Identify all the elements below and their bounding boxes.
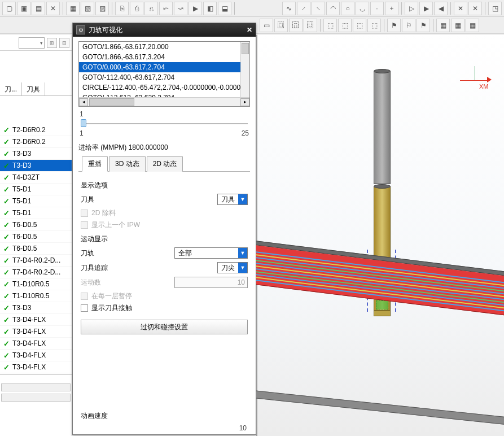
tb-icon[interactable]: ▶ (419, 2, 433, 15)
tab-3d-dynamic[interactable]: 3D 动态 (109, 156, 146, 172)
button-gouge-collision-settings[interactable]: 过切和碰撞设置 (81, 320, 248, 334)
tool-list-item[interactable]: ✓T5-D1 (0, 184, 72, 195)
combo-toolpath[interactable]: 全部 ▼ (174, 247, 248, 259)
tb-icon[interactable]: ◧ (203, 2, 217, 15)
tool-list-item[interactable]: ✓T6-D0.5 (0, 243, 72, 255)
tb-icon[interactable]: · (370, 2, 384, 15)
mini-btn-2[interactable]: ⊟ (59, 38, 69, 48)
chevron-down-icon[interactable]: ▼ (238, 194, 247, 204)
gear-icon[interactable]: ⚙ (76, 25, 85, 34)
tb-icon[interactable]: + (385, 2, 398, 15)
tool-list-item[interactable]: ✓T5-D1 (0, 195, 72, 207)
tb-icon[interactable]: ⟋ (297, 2, 310, 15)
slider-thumb[interactable] (81, 119, 86, 127)
3d-viewport[interactable]: XM (256, 35, 504, 436)
tb-icon[interactable]: ◳ (488, 2, 502, 15)
slider-min: 1 (80, 129, 84, 137)
scroll-left-icon[interactable]: ◂ (79, 98, 88, 106)
checkbox-show-tool-contact[interactable]: 显示刀具接触 (81, 303, 248, 313)
tool-list-item[interactable]: ✓T6-D0.5 (0, 231, 72, 243)
tb-icon[interactable]: ▦ (466, 19, 479, 32)
tool-list-item[interactable]: ✓T3-D3 (0, 148, 72, 160)
tb-icon[interactable]: ⬚ (323, 19, 337, 32)
tb-icon[interactable]: ⎘ (115, 2, 129, 15)
tb-icon[interactable]: ⚑ (387, 19, 401, 32)
tb-icon[interactable]: ▦ (66, 2, 80, 15)
chevron-down-icon[interactable]: ▼ (238, 248, 247, 258)
tool-list-item[interactable]: ✓T3-D4-FLX (0, 350, 72, 361)
listbox-hscroll[interactable]: ◂ ▸ (79, 97, 249, 106)
tb-icon[interactable]: ▣ (17, 2, 30, 15)
tab-2d-dynamic[interactable]: 2D 动态 (147, 156, 183, 172)
tb-icon[interactable]: ⬚ (353, 19, 366, 32)
gcode-line[interactable]: GOTO/0.000,-63.617,2.704 (79, 62, 240, 72)
tb-icon[interactable]: ⎙ (130, 2, 143, 15)
tb-icon[interactable]: ⤺ (159, 2, 173, 15)
tb-icon[interactable]: ○ (341, 2, 354, 15)
tool-list-item[interactable]: ✓T3-D3 (0, 302, 72, 314)
tool-list-item[interactable]: ✓T7-D4-R0.2-D... (0, 255, 72, 267)
tb-icon[interactable]: ⬚ (338, 19, 352, 32)
tool-list-item[interactable]: ✓T3-D4-FLX (0, 314, 72, 326)
tool-list-item[interactable]: ✓T3-D3 (0, 160, 72, 172)
tool-list-item[interactable]: ✓T3-D4-FLX (0, 338, 72, 350)
tb-icon[interactable]: ▧ (81, 2, 94, 15)
tb-icon[interactable]: ▦ (451, 19, 464, 32)
tb-icon[interactable]: ⤻ (174, 2, 187, 15)
viewport-splitter[interactable] (256, 35, 257, 436)
gcode-listbox[interactable]: GOTO/1.866,-63.617,20.000GOTO/1.866,-63.… (78, 41, 250, 107)
tb-icon[interactable]: ◀ (434, 2, 448, 15)
tool-list-item[interactable]: ✓T1-D10R0.5 (0, 290, 72, 302)
tb-icon[interactable]: ∿ (282, 2, 296, 15)
tb-icon[interactable]: ⚑ (417, 19, 430, 32)
tab-replay[interactable]: 重播 (82, 156, 108, 172)
tb-icon[interactable]: ⿶ (304, 19, 317, 32)
tb-icon[interactable]: ▦ (436, 19, 450, 32)
gcode-line[interactable]: CIRCLE/-112.400,-65.472,2.704,-0.0000000… (79, 82, 240, 93)
tb-icon[interactable]: ⬚ (367, 19, 381, 32)
tool-list-item[interactable]: ✓T5-D1 (0, 207, 72, 219)
tool-list-item[interactable]: ✓T4-D3ZT (0, 172, 72, 184)
tool-list-item[interactable]: ✓T3-D4-FLX (0, 361, 72, 373)
tb-icon[interactable]: ▨ (95, 2, 109, 15)
mini-btn-1[interactable]: ⊞ (47, 38, 57, 48)
tool-list-item[interactable]: ✓T3-D4-FLX (0, 326, 72, 338)
tool-list-item[interactable]: ✓T7-D4-R0.2-D... (0, 267, 72, 278)
tb-icon[interactable]: ▢ (2, 2, 16, 15)
tool-list-item[interactable]: ✓T1-D10R0.5 (0, 278, 72, 290)
toolpath-visualize-dialog: ⚙ 刀轨可视化 ✕ GOTO/1.866,-63.617,20.000GOTO/… (72, 23, 256, 435)
tb-icon[interactable]: ▤ (32, 2, 45, 15)
tab-tool[interactable]: 刀具 (22, 82, 45, 95)
tb-icon[interactable]: ⿵ (289, 19, 303, 32)
tb-icon[interactable]: ✕ (454, 2, 467, 15)
tb-icon[interactable]: ⟍ (312, 2, 325, 15)
tb-icon[interactable]: ◠ (326, 2, 340, 15)
tool-list-item[interactable]: ✓T2-D6R0.2 (0, 124, 72, 136)
gcode-line[interactable]: GOTO/1.866,-63.617,20.000 (79, 42, 240, 52)
tb-icon[interactable]: ⬓ (218, 2, 231, 15)
combo-tool-trace[interactable]: 刀尖 ▼ (217, 262, 248, 273)
listbox-vscroll[interactable] (240, 42, 249, 97)
label-toolpath: 刀轨 (81, 248, 94, 258)
tb-icon[interactable]: ✕ (468, 2, 482, 15)
gcode-line[interactable]: GOTO/1.866,-63.617,3.204 (79, 52, 240, 62)
tool-list-item[interactable]: ✓T6-D0.5 (0, 219, 72, 231)
tb-icon[interactable]: ✕ (46, 2, 60, 15)
combo-tool[interactable]: 刀具 ▼ (217, 194, 248, 205)
tool-list-item[interactable]: ✓T2-D6R0.2 (0, 136, 72, 148)
tb-icon[interactable]: ▭ (260, 19, 273, 32)
tb-icon[interactable]: ⎌ (144, 2, 158, 15)
tb-icon[interactable]: ▶ (189, 2, 202, 15)
tb-icon[interactable]: ⚐ (402, 19, 415, 32)
tb-icon[interactable]: ◡ (356, 2, 369, 15)
close-icon[interactable]: ✕ (247, 26, 252, 34)
dropdown[interactable]: ▾ (19, 37, 45, 49)
dialog-titlebar[interactable]: ⚙ 刀轨可视化 ✕ (73, 23, 256, 37)
scroll-right-icon[interactable]: ▸ (240, 98, 249, 106)
frame-slider[interactable] (81, 119, 248, 128)
chevron-down-icon[interactable]: ▼ (238, 263, 247, 273)
tab-tool-path[interactable]: 刀... (0, 82, 22, 95)
tb-icon[interactable]: ▷ (405, 2, 418, 15)
gcode-line[interactable]: GOTO/-112.400,-63.617,2.704 (79, 72, 240, 82)
tb-icon[interactable]: ⿴ (274, 19, 288, 32)
